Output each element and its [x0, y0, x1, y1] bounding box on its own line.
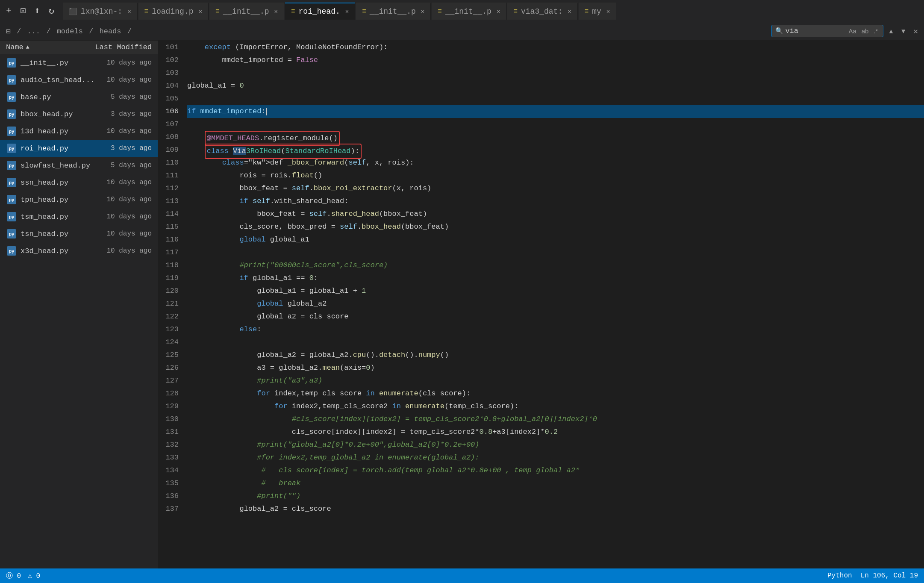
line-numbers: 1011021031041051061071081091101111121131…	[158, 40, 184, 568]
py-file-icon: py	[6, 211, 17, 222]
match-word-btn[interactable]: ab	[860, 26, 871, 35]
code-line-135: # break	[187, 477, 924, 490]
line-num-121: 121	[158, 297, 179, 310]
code-lines: except (ImportError, ModuleNotFoundError…	[184, 40, 924, 568]
find-input[interactable]	[785, 27, 845, 35]
status-errors[interactable]: ⓪ 0	[6, 571, 21, 580]
regex-btn[interactable]: .*	[872, 26, 880, 35]
code-line-125: global_a2 = global_a2.cpu().detach().num…	[187, 349, 924, 362]
py-file-icon: py	[6, 228, 17, 239]
py-file-icon: py	[6, 109, 17, 120]
breadcrumb: ⊟ / ... / models / heads /	[0, 22, 158, 41]
code-line-111: rois = rois.float()	[187, 169, 924, 182]
py-file-icon: py	[6, 91, 17, 103]
file-item-slowfast-head-py[interactable]: py slowfast_head.py 5 days ago	[0, 157, 158, 174]
line-num-110: 110	[158, 156, 179, 169]
new-tab-icon[interactable]: ⊡	[18, 3, 28, 18]
py-file-icon: py	[6, 57, 17, 68]
file-item-tsm-head-py[interactable]: py tsm_head.py 10 days ago	[0, 208, 158, 225]
code-line-103	[187, 67, 924, 80]
file-name: roi_head.py	[21, 144, 83, 153]
tab-init1[interactable]: ≡ __init__.p ✕	[209, 3, 284, 20]
file-item---init---py[interactable]: py __init__.py 10 days ago	[0, 54, 158, 71]
line-num-111: 111	[158, 169, 179, 182]
code-line-132: #print("global_a2[0]*0.2e+00",global_a2[…	[187, 439, 924, 451]
file-date: 10 days ago	[83, 179, 152, 186]
code-line-116: global global_a1	[187, 233, 924, 246]
tab-bar: + ⊡ ⬆ ↻ ⬛ lxn@lxn-: ✕ ≡ loading.p ✕ ≡ __…	[0, 0, 924, 22]
tab-via3[interactable]: ≡ via3_dat: ✕	[507, 3, 577, 20]
line-num-135: 135	[158, 477, 179, 490]
line-num-107: 107	[158, 118, 179, 131]
line-num-119: 119	[158, 272, 179, 285]
status-language[interactable]: Python	[827, 572, 852, 580]
line-num-108: 108	[158, 131, 179, 144]
file-name: tpn_head.py	[21, 196, 83, 204]
tab-init3[interactable]: ≡ __init__.p ✕	[432, 3, 506, 20]
status-position[interactable]: Ln 106, Col 19	[861, 572, 918, 580]
find-close-btn[interactable]: ✕	[911, 26, 921, 37]
upload-icon[interactable]: ⬆	[32, 3, 42, 18]
tab-loading[interactable]: ≡ loading.p ✕	[138, 3, 209, 20]
line-num-131: 131	[158, 426, 179, 439]
code-line-133: #for index2,temp_global_a2 in enumerate(…	[187, 451, 924, 464]
refresh-icon[interactable]: ↻	[46, 3, 57, 18]
code-line-130: #cls_score[index][index2] = temp_cls_sco…	[187, 413, 924, 426]
line-num-118: 118	[158, 259, 179, 272]
tab-close-lxn[interactable]: ✕	[127, 8, 131, 15]
file-item-bbox-head-py[interactable]: py bbox_head.py 3 days ago	[0, 106, 158, 123]
file-item-i3d-head-py[interactable]: py i3d_head.py 10 days ago	[0, 123, 158, 140]
file-date: 3 days ago	[83, 144, 152, 152]
line-num-125: 125	[158, 349, 179, 362]
tab-close-init1[interactable]: ✕	[274, 8, 278, 15]
line-num-102: 102	[158, 54, 179, 67]
file-name: bbox_head.py	[21, 110, 83, 118]
line-num-104: 104	[158, 80, 179, 92]
tab-roi-head[interactable]: ≡ roi_head. ✕	[285, 3, 355, 20]
code-line-136: #print("")	[187, 490, 924, 503]
find-input-wrap: 🔍 Aa ab .*	[771, 25, 883, 37]
tab-close-loading[interactable]: ✕	[198, 8, 202, 15]
python-icon-loading: ≡	[144, 8, 149, 15]
find-prev-btn[interactable]: ▲	[886, 26, 896, 35]
find-next-btn[interactable]: ▼	[898, 26, 908, 35]
find-bar: 🔍 Aa ab .* ▲ ▼ ✕	[158, 22, 924, 40]
file-item-ssn-head-py[interactable]: py ssn_head.py 10 days ago	[0, 174, 158, 191]
file-item-audio-tsn-head---[interactable]: py audio_tsn_head... 10 days ago	[0, 71, 158, 88]
line-num-103: 103	[158, 67, 179, 80]
sidebar: ⊟ / ... / models / heads / Name ▲ Last M…	[0, 22, 158, 568]
line-num-114: 114	[158, 208, 179, 221]
col-name-header[interactable]: Name ▲	[6, 43, 83, 51]
py-file-icon: py	[6, 177, 17, 188]
status-warnings[interactable]: ⚠ 0	[28, 571, 40, 580]
tab-close-init2[interactable]: ✕	[421, 8, 424, 15]
file-name: i3d_head.py	[21, 127, 83, 135]
new-file-icon[interactable]: +	[3, 4, 14, 18]
code-line-120: global_a1 = global_a1 + 1	[187, 285, 924, 297]
tab-close-roi[interactable]: ✕	[345, 8, 349, 15]
file-date: 5 days ago	[90, 162, 152, 169]
code-content[interactable]: 1011021031041051061071081091101111121131…	[158, 40, 924, 568]
match-case-btn[interactable]: Aa	[847, 26, 858, 35]
file-item-roi-head-py[interactable]: py roi_head.py 3 days ago	[0, 140, 158, 157]
line-num-109: 109	[158, 144, 179, 156]
tab-close-my[interactable]: ✕	[606, 8, 610, 15]
line-num-136: 136	[158, 490, 179, 503]
file-item-tpn-head-py[interactable]: py tpn_head.py 10 days ago	[0, 191, 158, 208]
file-item-tsn-head-py[interactable]: py tsn_head.py 10 days ago	[0, 225, 158, 242]
file-name: slowfast_head.py	[21, 162, 90, 170]
tab-init2[interactable]: ≡ __init__.p ✕	[356, 3, 431, 20]
code-line-127: #print("a3",a3)	[187, 374, 924, 387]
code-line-107	[187, 118, 924, 131]
python-icon-my: ≡	[585, 8, 589, 15]
tab-close-via3[interactable]: ✕	[568, 8, 571, 15]
tab-my[interactable]: ≡ my ✕	[579, 3, 617, 20]
code-line-102: mmdet_imported = False	[187, 54, 924, 67]
tab-lxn[interactable]: ⬛ lxn@lxn-: ✕	[63, 3, 138, 20]
tab-close-init3[interactable]: ✕	[497, 8, 500, 15]
py-file-icon: py	[6, 245, 17, 256]
terminal-icon: ⬛	[69, 7, 77, 16]
file-item-x3d-head-py[interactable]: py x3d_head.py 10 days ago	[0, 242, 158, 259]
file-item-base-py[interactable]: py base.py 5 days ago	[0, 88, 158, 106]
line-num-116: 116	[158, 233, 179, 246]
